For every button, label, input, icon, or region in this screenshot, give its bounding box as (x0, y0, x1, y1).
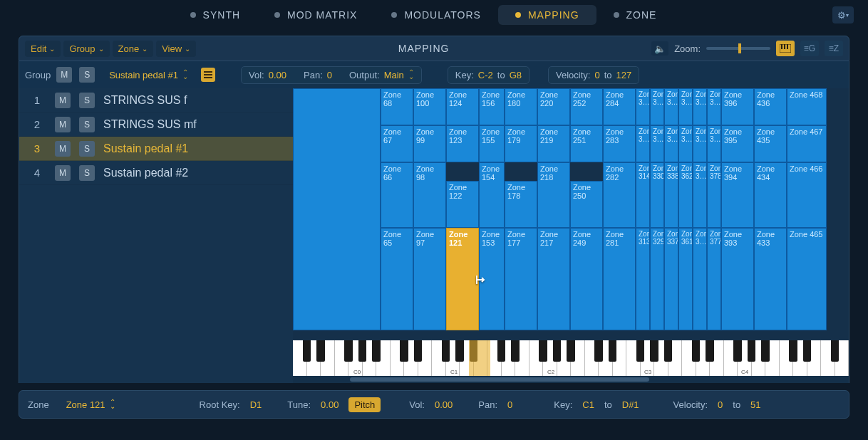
zone-cell[interactable]: Zone 395 (721, 125, 754, 162)
edit-menu[interactable]: Edit⌄ (25, 41, 61, 57)
zone-cell[interactable]: Zone 156 (479, 88, 505, 125)
mute-button[interactable]: M (55, 93, 71, 108)
solo-button[interactable]: S (79, 93, 95, 108)
black-key[interactable] (664, 340, 673, 362)
black-key[interactable] (400, 340, 408, 362)
group-row[interactable]: 3 M S Sustain pedal #1 (19, 137, 293, 161)
zone-cell[interactable]: Zone 434 (754, 162, 787, 228)
zone-cell[interactable]: Zone 249 (570, 228, 603, 330)
tab-modmatrix[interactable]: MOD MATRIX (257, 5, 374, 25)
black-key[interactable] (650, 340, 658, 362)
solo-button[interactable]: S (79, 165, 95, 181)
black-key[interactable] (414, 340, 423, 362)
zone-cell[interactable]: Zone 180 (505, 88, 537, 125)
zone-cell[interactable]: Zone 361 (678, 228, 693, 330)
black-key[interactable] (692, 340, 701, 362)
group-mute-button[interactable]: M (56, 67, 72, 83)
zone-cell[interactable]: Zone 282 (603, 162, 636, 228)
view-menu[interactable]: View⌄ (156, 41, 196, 57)
zone-cell[interactable]: Zone 252 (570, 88, 603, 125)
zone-cell[interactable]: Zone 466 (787, 162, 827, 228)
zone-cell[interactable]: Zone 3… (650, 88, 664, 125)
black-key[interactable] (358, 340, 367, 362)
zone-mapping-area[interactable]: Zone 68Zone 100Zone 124Zone 156Zone 180Z… (293, 88, 849, 383)
zone-cell[interactable]: Zone 468 (787, 88, 827, 125)
group-vel-lo[interactable]: 0 (594, 70, 599, 80)
zone-key-lo[interactable]: C1 (582, 399, 594, 410)
zone-pan[interactable]: 0 (507, 399, 512, 410)
zone-key-hi[interactable]: D#1 (622, 399, 639, 410)
black-key[interactable] (344, 340, 353, 362)
zone-cell[interactable]: Zone 3… (693, 228, 707, 330)
zone-cell[interactable]: Zone 250 (570, 181, 603, 228)
group-solo-button[interactable]: S (79, 67, 95, 83)
gear-icon[interactable]: ⚙▾ (832, 6, 854, 23)
black-key[interactable] (567, 340, 575, 362)
group-output-value[interactable]: Main (384, 70, 404, 80)
zone-cell[interactable]: Zone 283 (603, 125, 636, 162)
zone-cell[interactable]: Zone 66 (381, 162, 413, 228)
zone-cell[interactable]: Zone 284 (603, 88, 636, 125)
zone-cell[interactable]: Zone 219 (537, 125, 570, 162)
black-key[interactable] (316, 340, 325, 362)
zone-tune[interactable]: 0.00 (321, 399, 339, 410)
zone-vol[interactable]: 0.00 (435, 399, 453, 410)
zone-cell[interactable]: Zone 3… (693, 162, 707, 228)
mute-button[interactable]: M (55, 117, 71, 132)
list-icon[interactable] (201, 68, 215, 82)
zone-cell[interactable]: Zone 393 (721, 228, 754, 330)
group-key-hi[interactable]: G8 (510, 70, 522, 80)
zone-cell[interactable]: Zone 314 (636, 162, 650, 228)
zone-cell[interactable]: Zone 377 (707, 228, 721, 330)
zone-cell[interactable]: Zone 65 (381, 228, 413, 330)
zone-cell[interactable]: Zone 3… (678, 88, 693, 125)
zone-cell[interactable]: Zone 99 (413, 125, 446, 162)
black-key[interactable] (636, 340, 645, 362)
zone-cell[interactable]: Zone 433 (754, 228, 787, 330)
zone-cell[interactable]: Zone 3… (636, 125, 650, 162)
zone-cell[interactable]: Zone 465 (787, 228, 827, 330)
zone-cell[interactable]: Zone 330 (650, 162, 664, 228)
zone-cell[interactable]: Zone 98 (413, 162, 446, 228)
zone-cell[interactable]: Zone 178 (505, 181, 537, 228)
zone-menu[interactable]: Zone⌄ (113, 41, 154, 57)
zone-cell[interactable]: Zone 3… (678, 125, 693, 162)
zone-cell[interactable]: Zone 3… (636, 88, 650, 125)
zone-cell[interactable]: Zone 329 (650, 228, 664, 330)
group-selector[interactable]: Sustain pedal #1 ⌃⌄ (102, 68, 195, 83)
black-key[interactable] (539, 340, 547, 362)
zone-cell[interactable]: Zone 378 (707, 162, 721, 228)
zone-cell[interactable]: Zone 154 (479, 162, 505, 228)
zoom-slider[interactable] (706, 47, 770, 50)
zone-cell[interactable]: Zone 220 (537, 88, 570, 125)
zone-cell[interactable]: Zone 337 (664, 228, 678, 330)
zone-cell[interactable]: Zone 121 (446, 228, 479, 330)
solo-button[interactable]: S (79, 117, 95, 132)
black-key[interactable] (372, 340, 381, 362)
black-key[interactable] (511, 340, 520, 362)
keyboard[interactable]: C0C1C2C3C4 (293, 340, 849, 376)
zone-cell[interactable]: Zone 68 (381, 88, 413, 125)
zone-cell[interactable]: Zone 281 (603, 228, 636, 330)
scrollbar-thumb[interactable] (350, 377, 649, 382)
tab-synth[interactable]: SYNTH (173, 5, 257, 25)
black-key[interactable] (442, 340, 450, 362)
zone-cell[interactable]: Zone 217 (537, 228, 570, 330)
zone-cell[interactable]: Zone 153 (479, 228, 505, 330)
zone-cell[interactable]: Zone 100 (413, 88, 446, 125)
mute-button[interactable]: M (55, 141, 71, 157)
group-pan-value[interactable]: 0 (327, 70, 332, 80)
zone-cell[interactable]: Zone 396 (721, 88, 754, 125)
tab-zone[interactable]: ZONE (596, 5, 674, 25)
black-key[interactable] (455, 340, 464, 362)
zone-cell[interactable]: Zone 123 (446, 125, 479, 162)
black-key[interactable] (803, 340, 812, 362)
black-key[interactable] (761, 340, 770, 362)
zone-selector[interactable]: Zone 121 ⌃⌄ (59, 397, 123, 412)
zone-cell[interactable]: Zone 467 (787, 125, 827, 162)
view-grouplist-icon[interactable]: ≡G (800, 41, 819, 56)
group-row[interactable]: 2 M S STRINGS SUS mf (19, 112, 293, 137)
black-key[interactable] (303, 340, 311, 362)
group-vol-value[interactable]: 0.00 (269, 70, 286, 80)
solo-button[interactable]: S (79, 141, 95, 157)
